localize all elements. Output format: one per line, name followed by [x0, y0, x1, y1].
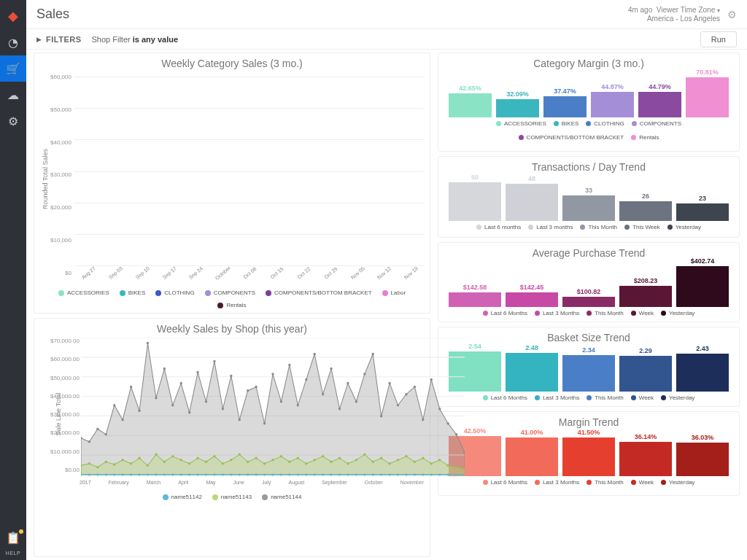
legend-item[interactable]: BIKES	[554, 120, 579, 127]
svg-point-45	[388, 382, 390, 385]
bar[interactable]: 41.50%	[562, 429, 615, 476]
bar[interactable]: 32.09%	[496, 90, 539, 117]
bar[interactable]: 26	[619, 192, 672, 221]
legend-item[interactable]: COMPONENTS/BOTTOM BRACKET	[519, 134, 624, 141]
legend-item[interactable]: Last 6 Months	[483, 310, 527, 316]
bar[interactable]: $208.23	[619, 277, 672, 307]
svg-point-83	[313, 459, 315, 462]
legend-item[interactable]: Labor	[382, 289, 406, 296]
bar[interactable]: 36.14%	[619, 433, 672, 476]
legend-item[interactable]: Last 3 Months	[535, 479, 579, 486]
legend-item[interactable]: ACCESSORIES	[58, 289, 109, 296]
svg-point-98	[438, 459, 441, 462]
help-label[interactable]: HELP	[6, 551, 20, 556]
legend-item[interactable]: Last 3 months	[528, 224, 573, 230]
svg-point-61	[130, 462, 132, 465]
svg-point-89	[363, 454, 365, 456]
svg-point-49	[422, 419, 424, 421]
legend-item[interactable]: Week	[631, 479, 654, 486]
svg-point-141	[405, 473, 407, 476]
svg-point-105	[105, 473, 107, 476]
legend-item[interactable]: Last 3 Months	[535, 394, 579, 401]
legend-item[interactable]: COMPONENTS/BOTTOM BRACKET	[266, 289, 372, 296]
legend-item[interactable]: This Month	[580, 224, 617, 230]
cart-icon[interactable]: 🛒	[0, 55, 26, 82]
bar[interactable]: 2.34	[562, 346, 615, 392]
legend-item[interactable]: This Month	[587, 479, 624, 486]
bar[interactable]: 70.81%	[686, 69, 729, 117]
bar[interactable]: $142.45	[506, 284, 558, 307]
legend-item[interactable]: name51142	[163, 494, 202, 500]
bar[interactable]: 37.47%	[543, 88, 587, 117]
clipboard-icon[interactable]: 📋	[0, 524, 26, 551]
legend-item[interactable]: This Month	[587, 394, 624, 401]
bar[interactable]: 2.29	[619, 347, 672, 392]
bar[interactable]: 41.00%	[506, 429, 558, 476]
legend-item[interactable]: Week	[631, 310, 654, 316]
bar[interactable]: 42.65%	[449, 85, 492, 117]
settings-icon[interactable]: ⚙	[0, 108, 26, 134]
cloud-icon[interactable]: ☁	[0, 82, 26, 108]
bar[interactable]: 48	[506, 175, 558, 221]
bar[interactable]: 36.03%	[676, 434, 729, 476]
legend-item[interactable]: Last 6 Months	[483, 394, 527, 401]
legend-item[interactable]: Rentals	[217, 302, 246, 308]
bar[interactable]: $142.58	[449, 284, 501, 307]
legend-item[interactable]: name51143	[212, 494, 252, 500]
filters-expand-icon[interactable]: ▶	[36, 36, 42, 43]
bar[interactable]: 2.48	[506, 344, 558, 392]
svg-point-32	[280, 400, 282, 403]
svg-point-116	[196, 473, 198, 476]
svg-point-15	[138, 409, 140, 412]
legend-item[interactable]: Rentals	[631, 134, 659, 141]
gear-icon[interactable]: ⚙	[727, 9, 737, 20]
run-button[interactable]: Run	[700, 31, 737, 47]
legend-item[interactable]: COMPONENTS	[632, 120, 681, 127]
bar[interactable]: 33	[562, 187, 615, 221]
svg-point-108	[130, 473, 132, 476]
legend-item[interactable]: Last 6 months	[476, 224, 521, 230]
bar[interactable]: 23	[676, 195, 729, 221]
legend-item[interactable]: Yesterday	[661, 394, 694, 401]
legend-item[interactable]: This Week	[624, 224, 660, 230]
bar[interactable]: 2.43	[676, 345, 729, 392]
filter-chip[interactable]: Shop Filter is any value	[92, 35, 179, 44]
sidebar: ◆ ◔ 🛒 ☁ ⚙ 📋 HELP	[0, 0, 26, 560]
svg-point-146	[446, 473, 449, 476]
legend-item[interactable]: CLOTHING	[586, 120, 624, 127]
legend-item[interactable]: Last 3 Months	[535, 310, 579, 316]
bar[interactable]: $402.74	[676, 257, 729, 307]
legend-item[interactable]: Last 6 Months	[483, 479, 527, 486]
legend-item[interactable]: Yesterday	[661, 310, 694, 316]
legend-item[interactable]: name51144	[262, 494, 301, 500]
svg-point-69	[196, 457, 198, 460]
chart-title: Basket Size Trend	[444, 332, 733, 343]
legend-item[interactable]: This Month	[587, 310, 624, 316]
legend-item[interactable]: ACCESSORIES	[496, 120, 546, 127]
timezone-info[interactable]: 4m ago Viewer Time Zone ▾ America - Los …	[628, 6, 720, 23]
svg-point-79	[280, 455, 282, 458]
left-column: Weekly Category Sales (3 mo.) Rounded To…	[26, 50, 435, 560]
main-content: Sales 4m ago Viewer Time Zone ▾ America …	[26, 0, 747, 560]
transactions-day-trend-card: Transactions / Day Trend5048332623Last 6…	[438, 156, 740, 238]
legend-item[interactable]: CLOTHING	[155, 289, 194, 296]
bar[interactable]: 50	[449, 174, 501, 221]
legend-item[interactable]: Yesterday	[661, 479, 694, 486]
average-purchase-trend-card: Average Purchase Trend$142.58$142.45$100…	[438, 242, 740, 322]
legend-item[interactable]: Week	[631, 394, 654, 401]
bar[interactable]: 44.87%	[591, 83, 634, 117]
page-title: Sales	[36, 7, 69, 22]
bar[interactable]: $100.82	[562, 288, 615, 307]
legend-item[interactable]: COMPONENTS	[205, 289, 255, 296]
svg-point-109	[138, 473, 140, 476]
svg-point-43	[372, 353, 374, 356]
clock-icon[interactable]: ◔	[0, 29, 26, 55]
filters-label[interactable]: FILTERS	[46, 35, 82, 44]
legend-item[interactable]: Yesterday	[667, 224, 701, 230]
chart-legend: name51142name51143name51144	[40, 491, 424, 502]
svg-point-143	[422, 473, 424, 476]
bar[interactable]: 44.79%	[638, 83, 681, 117]
legend-item[interactable]: BIKES	[120, 289, 146, 296]
svg-point-11	[105, 433, 107, 436]
brand-logo[interactable]: ◆	[0, 3, 26, 29]
